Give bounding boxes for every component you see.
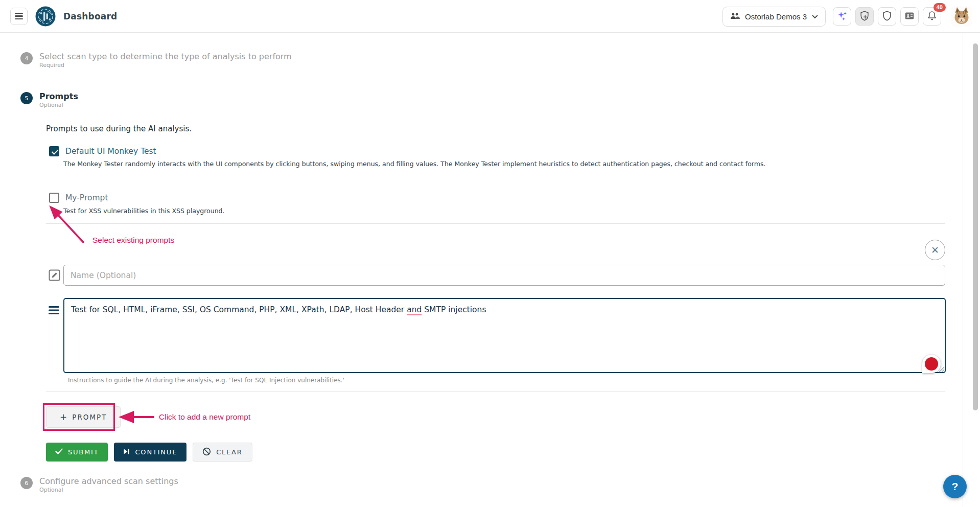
ai-assistant-button[interactable] [833,7,851,26]
shield-plus-icon [859,10,870,23]
contact-card-icon [904,10,915,23]
contacts-button[interactable] [900,7,919,26]
notification-count-badge: 40 [934,3,946,12]
textarea-helper-text: Instructions to guide the AI during the … [68,377,344,384]
prompt-option-description: The Monkey Tester randomly interacts wit… [63,160,765,168]
app-window: Dashboard Ostorlab Demos 3 [0,0,980,507]
hamburger-menu-button[interactable] [10,8,28,25]
new-scan-button[interactable] [855,7,874,26]
checkbox-unchecked[interactable] [49,193,59,203]
shield-icon [881,10,893,23]
checkbox-checked[interactable] [49,146,59,156]
user-avatar[interactable] [951,6,972,27]
security-shield-button[interactable] [878,7,896,26]
divider [46,391,945,392]
red-dot-icon [925,357,938,371]
top-bar: Dashboard Ostorlab Demos 3 [0,0,980,33]
step-6-subtitle: Optional [39,487,178,493]
team-icon [730,12,740,21]
top-bar-actions: Ostorlab Demos 3 [722,6,972,27]
continue-button[interactable]: CONTINUE [114,443,186,462]
prompts-intro-text: Prompts to use during the AI analysis. [46,124,192,133]
annotation-click-add-prompt: Click to add a new prompt [159,412,250,422]
prompt-option-description: Test for XSS vulnerabilities in this XSS… [63,207,225,215]
hamburger-icon [15,13,23,14]
page-title: Dashboard [63,11,117,21]
divider [46,223,945,224]
prompt-option-label: Default UI Monkey Test [65,147,156,156]
step-6-title: Configure advanced scan settings [39,477,178,486]
step-5-number: 5 [20,92,33,104]
step-4-title: Select scan type to determine the type o… [39,52,292,61]
bell-icon [926,10,938,23]
step-4-subtitle: Required [39,62,292,68]
step-6: 6 Configure advanced scan settings Optio… [20,477,178,493]
question-mark-icon: ? [952,480,959,493]
submit-button[interactable]: SUBMIT [46,443,108,462]
top-bar-left: Dashboard [10,6,117,27]
content-right-border [963,33,963,507]
step-4-number: 4 [20,52,33,64]
clear-button[interactable]: CLEAR [193,443,252,462]
prompt-instructions-textarea[interactable]: Test for SQL, HTML, iFrame, SSI, OS Comm… [63,298,946,373]
step-5-subtitle: Optional [39,102,78,108]
vertical-scrollbar[interactable] [973,43,978,410]
step-5-title: Prompts [39,92,78,101]
help-button[interactable]: ? [943,475,967,498]
close-prompt-editor-button[interactable]: ✕ [925,240,945,260]
check-icon [55,448,63,456]
annotation-select-existing-prompts: Select existing prompts [92,236,174,245]
prompt-option-default-monkey[interactable]: Default UI Monkey Test [49,146,156,156]
remote-cursor-indicator [922,355,941,373]
prompt-option-my-prompt[interactable]: My-Prompt [49,193,108,203]
skip-next-icon [123,448,130,456]
chevron-down-icon [812,13,818,20]
step-5: 5 Prompts Optional [20,92,78,108]
ostorlab-logo [35,6,56,27]
block-icon [202,447,211,457]
form-actions: SUBMIT CONTINUE CLEAR [46,443,252,462]
workspace-name: Ostorlab Demos 3 [745,12,807,21]
step-4: 4 Select scan type to determine the type… [20,52,292,68]
sparkles-icon [836,10,848,23]
close-icon: ✕ [931,244,939,256]
annotation-highlight-prompt-button [43,403,115,431]
edit-square-icon [49,269,60,281]
step-6-number: 6 [20,477,33,489]
prompt-name-input[interactable] [63,265,945,286]
prompt-option-label: My-Prompt [65,193,108,202]
spellcheck-underlined-word: and [407,305,422,314]
annotation-arrow-add-prompt [116,409,157,425]
text-lines-icon [49,305,60,315]
notifications-button[interactable]: 40 [923,7,941,26]
workspace-selector[interactable]: Ostorlab Demos 3 [722,7,826,27]
